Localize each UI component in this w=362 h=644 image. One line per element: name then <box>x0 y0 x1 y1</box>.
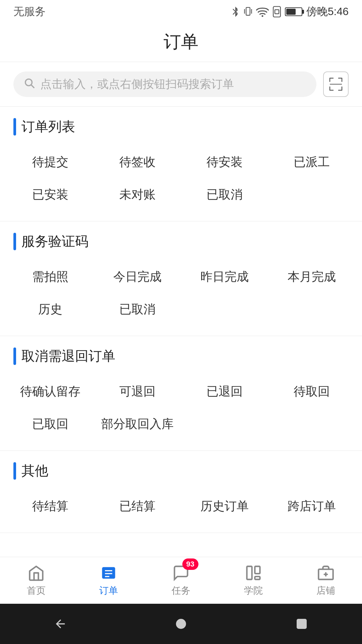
svg-rect-13 <box>255 576 260 579</box>
section-accent <box>13 233 16 250</box>
grid-item[interactable]: 待安装 <box>181 146 268 178</box>
page-title: 订单 <box>0 30 362 54</box>
grid-item[interactable]: 本月完成 <box>268 261 355 293</box>
grid-item[interactable]: 今日完成 <box>94 261 181 293</box>
grid-item[interactable]: 已安装 <box>7 178 94 211</box>
sim-icon <box>272 6 282 18</box>
bottom-nav: 首页 订单 93 任务 学 <box>0 557 362 604</box>
scan-button[interactable] <box>323 71 349 97</box>
grid-item[interactable]: 待确认留存 <box>7 375 94 408</box>
grid-item[interactable]: 历史订单 <box>181 490 268 523</box>
section-header-cancel-return: 取消需退回订单 <box>0 336 362 372</box>
search-icon <box>23 77 35 92</box>
task-badge: 93 <box>182 558 198 570</box>
section-title: 取消需退回订单 <box>21 347 115 365</box>
section-order-list: 订单列表待提交待签收待安装已派工已安装未对账已取消 <box>0 107 362 221</box>
grid-item[interactable]: 需拍照 <box>7 261 94 293</box>
svg-point-17 <box>177 620 186 629</box>
home-button[interactable] <box>171 614 191 634</box>
nav-item-store[interactable]: 店铺 <box>290 557 362 604</box>
section-accent <box>13 118 16 136</box>
search-input[interactable]: 点击输入，或点右侧按钮扫码搜索订单 <box>13 71 316 97</box>
nav-label-order: 订单 <box>99 584 118 597</box>
svg-point-1 <box>261 15 263 17</box>
section-service-code: 服务验证码需拍照今日完成昨日完成本月完成历史已取消 <box>0 221 362 336</box>
section-cancel-return: 取消需退回订单待确认留存可退回已退回待取回已取回部分取回入库 <box>0 336 362 451</box>
status-no-service: 无服务 <box>13 4 46 19</box>
nav-item-task[interactable]: 93 任务 <box>145 557 217 604</box>
status-bar: 无服务 <box>0 0 362 23</box>
grid-item[interactable]: 未对账 <box>94 178 181 211</box>
nav-label-task: 任务 <box>172 584 190 597</box>
svg-rect-11 <box>247 566 252 579</box>
nav-label-academy: 学院 <box>244 584 263 597</box>
grid-item[interactable]: 已取消 <box>181 178 268 211</box>
section-header-others: 其他 <box>0 451 362 487</box>
academy-icon <box>244 564 263 582</box>
section-title: 订单列表 <box>21 117 75 136</box>
grid-item[interactable]: 待签收 <box>94 146 181 178</box>
wifi-icon <box>256 6 269 18</box>
search-bar-container: 点击输入，或点右侧按钮扫码搜索订单 <box>0 62 362 107</box>
grid-item[interactable]: 历史 <box>7 293 94 326</box>
svg-rect-0 <box>246 7 250 15</box>
section-accent <box>13 347 16 365</box>
grid-item[interactable]: 待取回 <box>268 375 355 408</box>
bluetooth-icon <box>231 6 240 18</box>
search-placeholder: 点击输入，或点右侧按钮扫码搜索订单 <box>40 76 234 92</box>
grid-item[interactable]: 昨日完成 <box>181 261 268 293</box>
section-others: 其他待结算已结算历史订单跨店订单 <box>0 451 362 533</box>
svg-rect-2 <box>273 6 281 17</box>
battery-icon <box>285 7 302 16</box>
section-grid-others: 待结算已结算历史订单跨店订单 <box>0 487 362 533</box>
nav-label-home: 首页 <box>27 584 46 597</box>
grid-item[interactable]: 跨店订单 <box>268 490 355 523</box>
grid-item[interactable]: 已退回 <box>181 375 268 408</box>
grid-item[interactable]: 已取消 <box>94 293 181 326</box>
grid-item[interactable]: 可退回 <box>94 375 181 408</box>
section-title: 服务验证码 <box>21 232 88 251</box>
status-time: 傍晚5:46 <box>306 4 349 19</box>
svg-rect-12 <box>255 566 260 574</box>
nav-item-academy[interactable]: 学院 <box>217 557 290 604</box>
nav-label-store: 店铺 <box>316 584 335 597</box>
recents-button[interactable] <box>292 614 312 634</box>
svg-line-5 <box>31 85 34 88</box>
system-nav <box>0 604 362 644</box>
status-right: 傍晚5:46 <box>231 4 349 19</box>
order-icon <box>99 564 118 582</box>
grid-item[interactable]: 待提交 <box>7 146 94 178</box>
grid-item[interactable]: 部分取回入库 <box>94 408 181 440</box>
svg-rect-3 <box>275 10 279 14</box>
section-grid-cancel-return: 待确认留存可退回已退回待取回已取回部分取回入库 <box>0 372 362 450</box>
section-title: 其他 <box>21 462 48 480</box>
svg-rect-18 <box>297 620 306 629</box>
status-icons <box>231 6 302 18</box>
section-header-service-code: 服务验证码 <box>0 221 362 257</box>
section-accent <box>13 462 16 480</box>
section-grid-order-list: 待提交待签收待安装已派工已安装未对账已取消 <box>0 143 362 221</box>
store-icon <box>316 564 335 582</box>
back-button[interactable] <box>50 614 70 634</box>
nav-item-home[interactable]: 首页 <box>0 557 72 604</box>
grid-item[interactable]: 已派工 <box>268 146 355 178</box>
nav-item-order[interactable]: 订单 <box>72 557 145 604</box>
grid-item[interactable]: 已结算 <box>94 490 181 523</box>
vibrate-icon <box>243 6 253 18</box>
grid-item[interactable]: 已取回 <box>7 408 94 440</box>
section-header-order-list: 订单列表 <box>0 107 362 143</box>
home-icon <box>27 564 46 582</box>
grid-item[interactable]: 待结算 <box>7 490 94 523</box>
section-grid-service-code: 需拍照今日完成昨日完成本月完成历史已取消 <box>0 257 362 336</box>
page-title-bar: 订单 <box>0 23 362 62</box>
